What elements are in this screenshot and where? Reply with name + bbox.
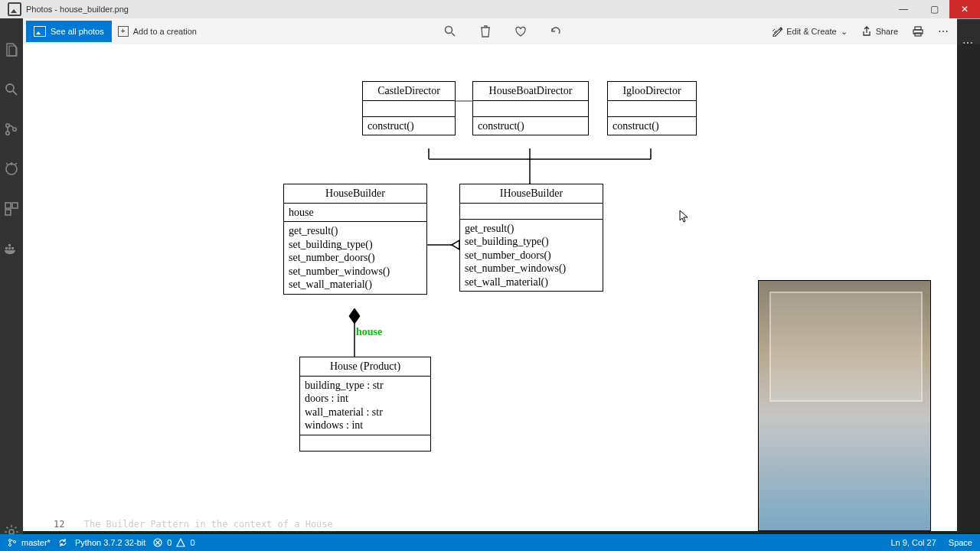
- svg-point-2: [6, 124, 9, 127]
- search-icon[interactable]: [3, 81, 20, 98]
- class-houseboatdirector: HouseBoatDirector construct(): [472, 81, 589, 135]
- see-all-label: See all photos: [51, 27, 104, 36]
- close-button[interactable]: ✕: [949, 0, 980, 18]
- cursor-position[interactable]: Ln 9, Col 27: [890, 538, 936, 547]
- method: get_result(): [465, 222, 598, 236]
- attr: building_type : str: [305, 379, 426, 393]
- attr: doors : int: [305, 392, 426, 406]
- class-attrs-empty: [608, 100, 696, 116]
- class-castledirector: CastleDirector construct(): [362, 81, 456, 135]
- svg-rect-15: [8, 244, 11, 246]
- class-name: HouseBuilder: [284, 184, 426, 203]
- method: get_result(): [289, 224, 422, 238]
- errors-count: 0: [167, 538, 172, 547]
- svg-rect-13: [8, 247, 11, 249]
- python-label: Python 3.7.2 32-bit: [75, 538, 145, 547]
- maximize-button[interactable]: ▢: [919, 0, 949, 18]
- plus-icon: +: [118, 26, 129, 37]
- method: set_number_doors(): [465, 249, 598, 262]
- svg-rect-11: [5, 210, 11, 215]
- method: set_building_type(): [465, 235, 598, 249]
- attr: wall_material : str: [305, 406, 426, 419]
- add-creation-label: Add to a creation: [133, 27, 197, 36]
- indent-spaces[interactable]: Space: [949, 538, 972, 547]
- method: set_number_doors(): [289, 251, 422, 265]
- zoom-icon[interactable]: [444, 25, 456, 37]
- method: set_number_windows(): [289, 265, 422, 279]
- python-interpreter-button[interactable]: Python 3.7.2 32-bit: [75, 538, 145, 547]
- svg-point-3: [6, 132, 9, 135]
- class-name: IHouseBuilder: [460, 184, 603, 203]
- git-branch-button[interactable]: master*: [8, 538, 51, 547]
- attr: windows : int: [305, 419, 426, 432]
- svg-point-17: [446, 27, 452, 34]
- see-all-photos-button[interactable]: See all photos: [26, 21, 112, 42]
- class-attrs-empty: [363, 100, 455, 116]
- class-name: CastleDirector: [363, 82, 455, 100]
- photos-toolbar: See all photos + Add to a creation Edit …: [23, 18, 957, 45]
- sync-button[interactable]: [58, 538, 67, 547]
- class-attrs-empty: [473, 100, 588, 116]
- svg-line-8: [15, 163, 17, 165]
- svg-point-0: [6, 84, 14, 92]
- window-title: Photos - house_builder.png: [26, 5, 129, 14]
- class-housebuilder: HouseBuilder house get_result() set_buil…: [283, 184, 427, 295]
- class-attrs: building_type : str doors : int wall_mat…: [300, 376, 430, 435]
- svg-point-4: [13, 128, 16, 131]
- vscode-right-gutter: [957, 18, 980, 533]
- scm-icon[interactable]: [3, 121, 20, 138]
- svg-point-30: [9, 544, 11, 546]
- class-name: HouseBoatDirector: [473, 82, 588, 100]
- vscode-more-icon[interactable]: ⋯: [962, 37, 974, 49]
- mouse-cursor-icon: [679, 210, 688, 226]
- edit-create-label: Edit & Create: [786, 27, 836, 36]
- svg-point-5: [6, 164, 17, 174]
- svg-point-29: [9, 540, 11, 542]
- class-method: construct(): [363, 116, 455, 135]
- svg-line-1: [13, 91, 17, 95]
- more-button[interactable]: ⋯: [938, 25, 949, 37]
- method: set_wall_material(): [465, 276, 598, 289]
- svg-rect-14: [11, 247, 14, 249]
- vscode-code-line: 12 The Builder Pattern in the context of…: [54, 519, 333, 530]
- toolbar-center-icons: [444, 18, 562, 44]
- class-methods: get_result() set_building_type() set_num…: [284, 221, 426, 294]
- svg-rect-21: [915, 33, 921, 36]
- chevron-down-icon: ⌄: [841, 27, 848, 37]
- files-icon[interactable]: [3, 41, 20, 58]
- class-ihousebuilder: IHouseBuilder get_result() set_building_…: [459, 184, 603, 292]
- svg-rect-9: [5, 203, 11, 208]
- class-method: construct(): [473, 116, 588, 135]
- line-number: 12: [54, 519, 64, 530]
- photos-app-icon: [8, 2, 21, 16]
- edit-create-dropdown[interactable]: Edit & Create ⌄: [772, 26, 847, 37]
- class-attr: house: [284, 203, 426, 222]
- debug-icon[interactable]: [3, 161, 20, 178]
- picture-icon: [34, 26, 46, 37]
- svg-line-18: [452, 33, 455, 36]
- problems-button[interactable]: 0 0: [153, 538, 194, 547]
- share-button[interactable]: Share: [861, 26, 898, 37]
- extensions-icon[interactable]: [3, 201, 20, 217]
- code-text: The Builder Pattern in the context of a …: [84, 519, 333, 530]
- vscode-status-bar: master* Python 3.7.2 32-bit 0 0 Ln 9, Co…: [0, 534, 980, 551]
- class-name: IglooDirector: [608, 82, 696, 100]
- webcam-overlay: [758, 280, 931, 531]
- add-to-creation-button[interactable]: + Add to a creation: [118, 26, 197, 37]
- photos-title-bar: Photos - house_builder.png — ▢ ✕: [0, 0, 980, 19]
- warnings-count: 0: [190, 538, 194, 547]
- class-method: construct(): [608, 116, 696, 135]
- minimize-button[interactable]: —: [888, 0, 919, 18]
- method: set_building_type(): [289, 238, 422, 252]
- method: set_number_windows(): [465, 262, 598, 276]
- print-button[interactable]: [912, 26, 924, 37]
- share-label: Share: [876, 27, 898, 36]
- class-name: House (Product): [300, 357, 430, 376]
- branch-label: master*: [21, 538, 51, 547]
- favorite-icon[interactable]: [514, 25, 527, 37]
- class-methods: get_result() set_building_type() set_num…: [460, 219, 603, 292]
- rotate-icon[interactable]: [550, 25, 562, 37]
- docker-icon[interactable]: [3, 240, 20, 257]
- delete-icon[interactable]: [479, 25, 492, 37]
- svg-rect-10: [12, 203, 18, 208]
